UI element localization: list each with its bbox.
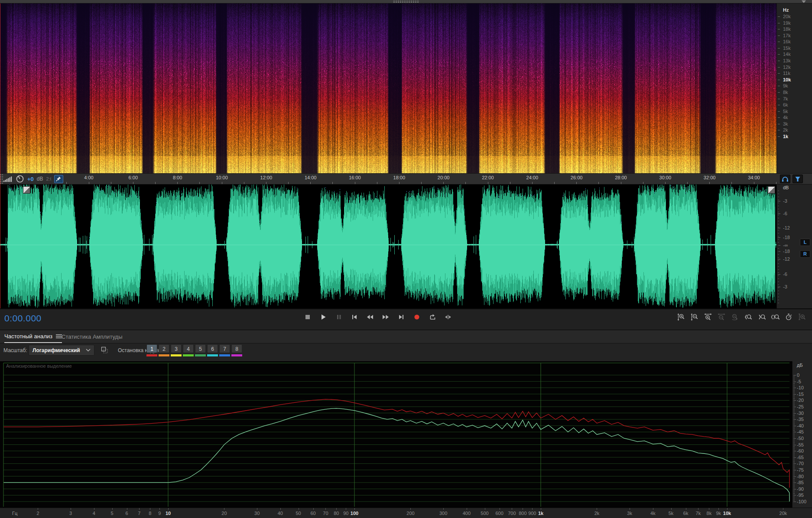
copy-graph-button[interactable] <box>101 346 109 355</box>
timeline-tick <box>665 182 666 184</box>
loop-playback-button[interactable] <box>428 313 437 321</box>
gain-knob-icon[interactable] <box>16 175 24 183</box>
record-button[interactable] <box>412 313 421 321</box>
move-playhead-button[interactable] <box>444 313 452 321</box>
level-meter-icon <box>3 176 13 182</box>
scale-select[interactable]: Логарифмический <box>29 345 94 356</box>
tab-amplitude-statistics[interactable]: Статистика Амплитуды <box>62 330 122 343</box>
timeline-ruler-right <box>776 173 812 185</box>
gain-value[interactable]: +0 <box>27 176 34 182</box>
waveform-display[interactable] <box>0 185 776 308</box>
timeline-tick <box>89 182 89 184</box>
graph-freq-label: 80 <box>334 511 339 516</box>
pin-button[interactable] <box>54 175 63 183</box>
green-channel-curve <box>3 408 789 502</box>
channel-right-button[interactable]: R <box>800 250 810 258</box>
hold-button-3[interactable]: 3 <box>171 344 182 356</box>
fade-in-handle[interactable] <box>23 186 30 194</box>
graph-freq-label: 40 <box>278 511 283 516</box>
tab-label: Статистика Амплитуды <box>62 333 122 340</box>
timeline-label: 14:00 <box>305 175 317 180</box>
zoom-out-point-button[interactable] <box>757 313 766 321</box>
zoom-reset-button[interactable] <box>731 313 739 321</box>
stop-button[interactable] <box>303 313 312 321</box>
tab-frequency-analysis[interactable]: Частотный анализ <box>4 330 62 343</box>
hz-tick <box>778 67 780 68</box>
hold-button-7[interactable]: 7 <box>219 344 230 356</box>
hz-tick-label: 5k <box>783 109 788 114</box>
pause-button[interactable] <box>335 313 343 321</box>
hold-button-4[interactable]: 4 <box>183 344 194 356</box>
fade-out-handle[interactable] <box>768 186 775 194</box>
hold-button-2[interactable]: 2 <box>159 344 169 356</box>
hz-tick-label: 1k <box>783 134 788 139</box>
spectrogram-display[interactable] <box>0 3 776 173</box>
graph-freq-tick <box>512 508 512 510</box>
scrollbar-grip[interactable] <box>393 0 419 3</box>
timeline-tick <box>443 182 444 184</box>
zoom-in-point-button[interactable] <box>744 313 753 321</box>
graph-freq-tick <box>127 508 127 510</box>
hold-button-1[interactable]: 1 <box>146 344 157 356</box>
filter-button[interactable] <box>793 175 803 183</box>
zoom-out-horizontal-button[interactable] <box>717 313 726 321</box>
graph-freq-tick <box>709 508 709 510</box>
graph-freq-tick <box>541 508 541 510</box>
hold-button-number: 3 <box>171 344 182 353</box>
time-display[interactable]: 0:00.000 <box>4 313 42 324</box>
channel-left-button[interactable]: L <box>800 239 810 246</box>
timeline-tick <box>244 182 244 184</box>
fast-forward-button[interactable] <box>381 313 390 321</box>
timeline-tick <box>288 182 289 184</box>
timeline-label: 34:00 <box>748 175 760 180</box>
hold-button-8[interactable]: 8 <box>231 344 242 356</box>
timer-record-button[interactable] <box>784 313 793 321</box>
zoom-selection-button[interactable] <box>771 313 780 321</box>
timeline-label: 20:00 <box>438 175 450 180</box>
timeline-tick <box>687 182 688 184</box>
hz-tick <box>778 42 780 42</box>
frequency-graph <box>0 361 812 508</box>
rewind-button[interactable] <box>366 313 374 321</box>
panel-menu-icon[interactable] <box>56 334 62 339</box>
panel-menu-icon[interactable] <box>802 0 806 3</box>
zoom-out-vertical-button[interactable] <box>690 313 699 321</box>
graph-freq-tick <box>671 508 672 510</box>
graph-freq-tick <box>280 508 281 510</box>
hz-tick-label: 20k <box>783 14 791 19</box>
db-minor-tick <box>778 212 779 212</box>
skip-start-button[interactable] <box>350 313 359 321</box>
frequency-ruler: Hz 20k19k18k17k16k15k14k13k12k11k10k9k8k… <box>776 3 812 173</box>
graph-freq-tick <box>313 508 314 510</box>
graph-freq-label: 10k <box>723 511 731 516</box>
graph-freq-label: 20k <box>780 511 787 516</box>
db-minor-tick <box>778 227 779 227</box>
ruler-grip[interactable] <box>0 174 3 184</box>
hold-button-6[interactable]: 6 <box>207 344 218 356</box>
hz-tick-label: 6k <box>783 102 788 107</box>
graph-freq-tick <box>630 508 630 510</box>
graph-freq-tick <box>485 508 485 510</box>
hz-tick <box>778 36 780 36</box>
zoom-full-button[interactable] <box>798 313 806 321</box>
graph-freq-tick <box>597 508 597 510</box>
graph-freq-label: 100 <box>351 511 358 516</box>
db-minor-tick <box>778 288 779 288</box>
timeline-tick <box>155 182 156 184</box>
timeline-tick <box>222 182 222 184</box>
hz-tick-label: 12k <box>783 65 791 70</box>
skip-end-button[interactable] <box>397 313 406 321</box>
play-button[interactable] <box>319 313 328 321</box>
zoom-in-horizontal-button[interactable] <box>704 313 712 321</box>
frequency-ruler-unit: Hz <box>783 7 789 13</box>
graph-freq-label: 7 <box>138 511 140 516</box>
playhead[interactable] <box>0 3 0 308</box>
timeline-ruler[interactable]: 4:006:008:0010:0012:0014:0016:0018:0020:… <box>0 173 776 185</box>
zoom-in-vertical-button[interactable] <box>677 313 685 321</box>
hold-color-bar <box>171 354 182 356</box>
graph-freq-tick <box>38 508 38 510</box>
hold-button-5[interactable]: 5 <box>195 344 206 356</box>
db-tick <box>778 259 780 259</box>
db-minor-tick <box>778 300 779 300</box>
monitor-button[interactable] <box>780 175 790 183</box>
